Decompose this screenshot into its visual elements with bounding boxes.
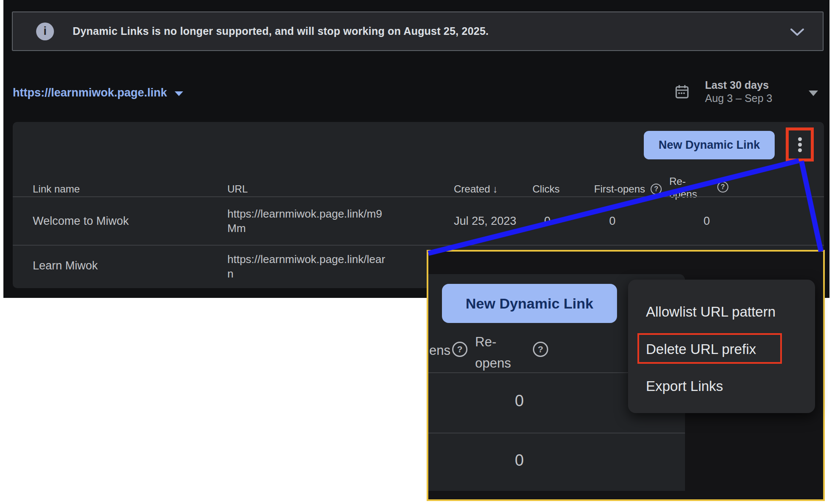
link-name-cell: Welcome to Miwok [33,214,129,228]
url-cell: https://learnmiwok.page.link/m9 Mm [227,207,382,235]
header-created-label: Created [454,183,490,195]
calendar-icon [674,83,691,100]
sort-desc-icon: ↓ [493,183,498,195]
date-range-label: Last 30 days [705,79,772,92]
banner-text: Dynamic Links is no longer supported, an… [73,25,489,37]
re-opens-cell-zoomed: 0 [497,392,541,410]
header-first-opens-partial: ens [429,340,450,361]
help-icon[interactable]: ? [651,184,662,195]
menu-item-export-links[interactable]: Export Links [646,377,723,395]
new-dynamic-link-button[interactable]: New Dynamic Link [644,131,775,159]
re-opens-cell-zoomed: 0 [497,451,541,470]
dropdown-caret-icon [809,91,818,96]
header-first-opens: First-opens ? [594,183,662,195]
url-line: https://learnmiwok.page.link/m9 [227,207,382,221]
header-first-opens-label: First-opens [594,183,645,195]
re-opens-cell: 0 [688,214,726,228]
url-line: https://learnmiwok.page.link/lear [227,252,385,266]
dropdown-caret-icon [175,91,183,96]
date-range-picker[interactable]: Last 30 days Aug 3 – Sep 3 [674,80,818,104]
zoom-callout: New Dynamic Link ens ? Re-opens ? 0 0 Al… [427,250,825,501]
header-created[interactable]: Created ↓ [454,183,498,195]
link-name-cell: Learn Miwok [33,258,98,273]
header-clicks: Clicks [532,183,560,195]
url-prefix-selector[interactable]: https://learnmiwok.page.link [13,83,183,102]
header-re-opens-zoomed: Re-opens [475,331,520,374]
url-prefix-link[interactable]: https://learnmiwok.page.link [13,86,167,99]
kebab-dot [798,137,802,141]
kebab-dot [798,143,802,147]
created-cell: Jul 25, 2023 [454,214,516,228]
help-icon[interactable]: ? [717,181,728,193]
new-dynamic-link-button-zoomed[interactable]: New Dynamic Link [442,284,617,323]
help-icon[interactable]: ? [452,342,467,357]
chevron-down-icon[interactable] [790,28,805,37]
url-cell: https://learnmiwok.page.link/lear n [227,252,385,281]
header-url: URL [227,183,248,195]
row-divider [428,433,685,433]
info-icon: i [36,23,54,40]
annotation-red-box [786,127,814,161]
date-range-dates: Aug 3 – Sep 3 [705,92,772,105]
row-divider [13,245,824,246]
header-link-name: Link name [33,183,80,195]
row-divider [13,196,824,197]
url-line: Mm [227,221,382,235]
url-line: n [227,266,385,281]
menu-item-delete-url-prefix[interactable]: Delete URL prefix [646,340,756,358]
help-icon[interactable]: ? [533,342,548,357]
first-opens-cell: 0 [593,214,631,228]
kebab-dot [798,148,802,152]
menu-item-allowlist-url-pattern[interactable]: Allowlist URL pattern [646,303,776,321]
deprecation-banner: i Dynamic Links is no longer supported, … [12,11,824,51]
clicks-cell: 0 [528,214,566,228]
overflow-menu-button[interactable] [789,130,811,159]
